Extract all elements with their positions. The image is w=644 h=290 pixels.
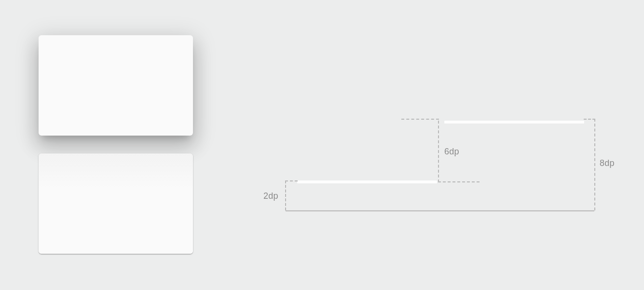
diagram-label-2dp: 2dp <box>263 191 278 201</box>
diagram-guide-6dp-mid <box>438 181 480 182</box>
low-elevation-card <box>39 153 193 254</box>
diagram-guide-6dp-vertical <box>438 121 439 182</box>
diagram-guide-8dp-vertical <box>594 119 595 210</box>
diagram-baseline <box>286 210 594 211</box>
diagram-surface-top <box>444 121 584 124</box>
diagram-surface-mid <box>297 180 437 183</box>
high-elevation-card <box>39 35 193 136</box>
diagram-guide-2dp-horizontal <box>285 180 298 181</box>
diagram-guide-2dp-vertical <box>285 180 286 210</box>
diagram-guide-6dp-top <box>401 119 439 120</box>
elevation-diagram: 2dp 6dp 8dp <box>263 119 620 215</box>
diagram-label-6dp: 6dp <box>444 147 459 157</box>
elevation-illustration: 2dp 6dp 8dp <box>0 0 644 290</box>
diagram-label-8dp: 8dp <box>600 158 615 168</box>
diagram-guide-8dp-top <box>584 119 595 120</box>
